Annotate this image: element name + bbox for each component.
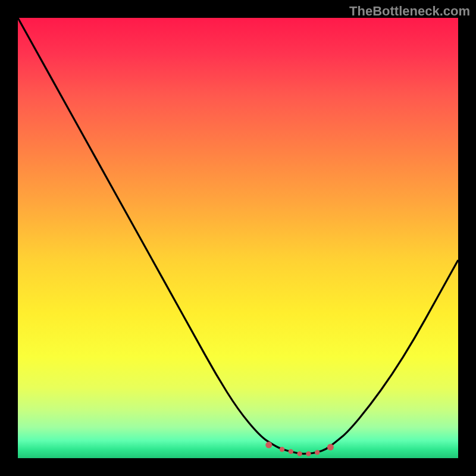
plot-area — [18, 18, 458, 458]
marker-dot — [265, 441, 272, 448]
marker-dot — [280, 447, 284, 452]
watermark-text: TheBottleneck.com — [349, 4, 470, 19]
marker-layer — [18, 18, 458, 458]
optimal-range-markers — [265, 441, 334, 456]
marker-dot — [297, 451, 302, 456]
marker-dot — [315, 450, 320, 455]
marker-dot — [289, 449, 293, 454]
marker-dot — [327, 444, 334, 450]
marker-dot — [306, 451, 311, 456]
